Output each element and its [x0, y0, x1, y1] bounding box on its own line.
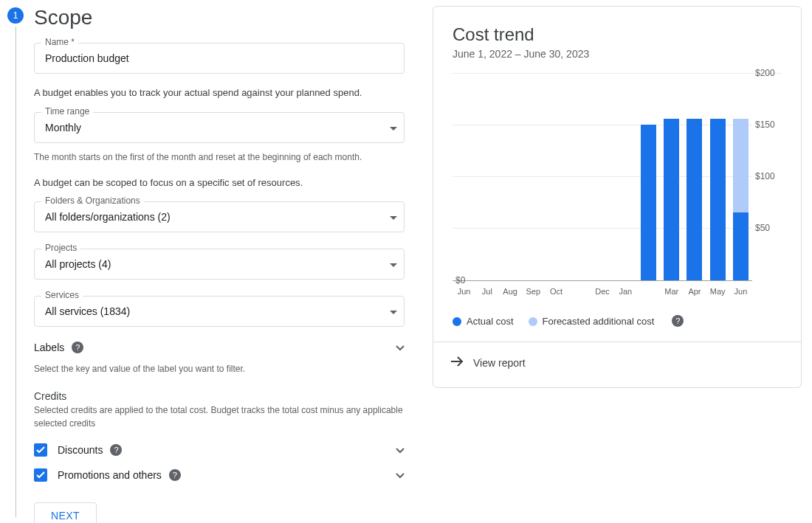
bar-slot — [706, 74, 729, 280]
time-range-field[interactable]: Time range Monthly — [34, 112, 405, 143]
x-axis-labels: JunJulAugSepOctDecJanMarAprMayJun — [453, 287, 752, 296]
x-tick — [637, 287, 660, 296]
labels-section[interactable]: Labels ? — [34, 337, 405, 358]
folders-field[interactable]: Folders & Organizations All folders/orga… — [34, 201, 405, 232]
promotions-checkbox[interactable] — [34, 468, 47, 482]
legend-actual: Actual cost — [453, 316, 514, 327]
y-tick: $200 — [755, 68, 782, 78]
bar-actual-segment — [664, 119, 679, 280]
bar-actual-segment — [641, 125, 656, 281]
x-tick — [568, 287, 591, 296]
chart-area: $200 $150 $100 $50 $0 JunJulAugSepOctDec… — [453, 73, 782, 294]
bar-slot — [475, 74, 498, 280]
time-range-helper: The month starts on the first of the mon… — [34, 150, 405, 164]
services-field[interactable]: Services All services (1834) — [34, 296, 405, 327]
projects-value: All projects (4) — [34, 249, 405, 280]
y-tick: $100 — [755, 171, 782, 181]
name-field: Name * — [34, 43, 405, 74]
time-range-value: Monthly — [34, 112, 405, 143]
bar-slot — [660, 74, 683, 280]
cost-trend-card: Cost trend June 1, 2022 – June 30, 2023 … — [433, 6, 802, 388]
bar-slot — [683, 74, 706, 280]
scope-helper: A budget can be scoped to focus on a spe… — [34, 176, 405, 190]
discounts-label: Discounts — [58, 444, 103, 456]
x-tick: May — [706, 287, 729, 296]
bar — [687, 119, 702, 280]
folders-value: All folders/organizations (2) — [34, 201, 405, 232]
form-area: Scope Name * A budget enables you to tra… — [25, 6, 405, 517]
help-icon[interactable]: ? — [672, 315, 684, 327]
chart-title: Cost trend — [453, 24, 782, 45]
legend-dot-icon — [529, 317, 537, 326]
folders-label: Folders & Organizations — [41, 195, 144, 206]
help-icon[interactable]: ? — [110, 444, 122, 456]
x-tick: Sep — [522, 287, 545, 296]
name-helper: A budget enables you to track your actua… — [34, 86, 405, 100]
help-icon[interactable]: ? — [169, 469, 181, 481]
scope-title: Scope — [34, 6, 405, 30]
promotions-row: Promotions and others ? — [34, 463, 405, 488]
view-report-link[interactable]: View report — [433, 342, 801, 383]
chart-legend: Actual cost Forecasted additional cost ? — [453, 315, 782, 327]
stepper-line — [16, 27, 16, 517]
bar-actual-segment — [733, 212, 749, 280]
bar-actual-segment — [710, 119, 726, 280]
labels-helper: Select the key and value of the label yo… — [34, 362, 405, 375]
y-tick: $150 — [755, 120, 782, 130]
bar-slot — [522, 74, 545, 280]
services-value: All services (1834) — [34, 296, 405, 327]
x-tick: Jan — [614, 287, 637, 296]
bar-slot — [453, 74, 475, 280]
bar — [733, 119, 749, 280]
labels-label: Labels — [34, 342, 64, 353]
bar-slot — [614, 74, 637, 280]
x-tick: Apr — [683, 287, 706, 296]
bar-slot — [591, 74, 613, 280]
projects-label: Projects — [41, 243, 80, 253]
bar-forecast-segment — [733, 119, 749, 212]
bar — [641, 125, 656, 281]
credits-desc: Selected credits are applied to the tota… — [34, 403, 405, 430]
discounts-checkbox[interactable] — [34, 443, 47, 457]
chevron-down-icon[interactable] — [396, 342, 405, 353]
view-report-label: View report — [473, 357, 526, 369]
chevron-down-icon[interactable] — [396, 444, 405, 456]
bar-slot — [545, 74, 568, 280]
x-tick: Jun — [453, 287, 475, 296]
name-label: Name * — [41, 37, 78, 47]
x-tick: Aug — [498, 287, 521, 296]
x-tick: Jul — [475, 287, 498, 296]
stepper-rail: 1 — [6, 6, 25, 517]
x-tick: Jun — [729, 287, 752, 296]
chart-subtitle: June 1, 2022 – June 30, 2023 — [453, 48, 782, 60]
credits-title: Credits — [34, 390, 405, 402]
legend-forecast: Forecasted additional cost — [529, 316, 655, 327]
chart-plot: $200 $150 $100 $50 $0 — [453, 74, 752, 281]
time-range-label: Time range — [41, 106, 93, 117]
help-icon[interactable]: ? — [72, 342, 83, 353]
arrow-right-icon — [450, 354, 464, 371]
bar-slot — [729, 74, 752, 280]
bar — [710, 119, 726, 280]
name-input[interactable] — [34, 43, 405, 74]
services-label: Services — [41, 290, 83, 300]
x-tick: Mar — [660, 287, 683, 296]
x-tick: Dec — [591, 287, 613, 296]
bars-container — [453, 74, 752, 280]
chevron-down-icon[interactable] — [396, 469, 405, 481]
projects-field[interactable]: Projects All projects (4) — [34, 249, 405, 280]
bar — [664, 119, 679, 280]
scope-form-panel: 1 Scope Name * A budget enables you to t… — [6, 6, 419, 517]
y-tick: $50 — [755, 223, 782, 233]
bar-slot — [637, 74, 660, 280]
next-button[interactable]: NEXT — [34, 502, 97, 523]
legend-dot-icon — [453, 317, 461, 326]
step-number-badge: 1 — [7, 7, 24, 24]
bar-actual-segment — [687, 119, 702, 280]
x-tick: Oct — [545, 287, 568, 296]
bar-slot — [568, 74, 591, 280]
bar-slot — [498, 74, 521, 280]
discounts-row: Discounts ? — [34, 437, 405, 463]
promotions-label: Promotions and others — [58, 469, 162, 481]
